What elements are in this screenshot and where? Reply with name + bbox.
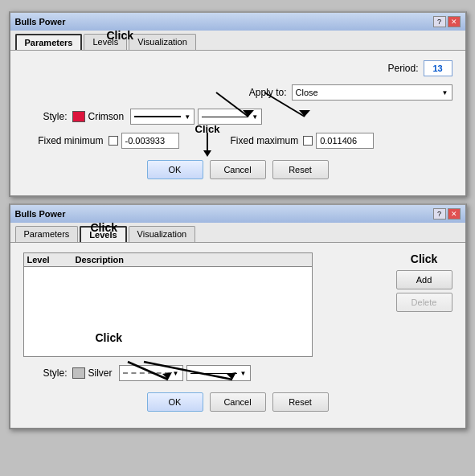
top-dialog-title: Bulls Power bbox=[15, 17, 66, 27]
color-name-crimson: Crimson bbox=[88, 111, 125, 122]
style-row-top: Style: Crimson ▼ ▼ bbox=[23, 109, 452, 125]
style-label-top: Style: bbox=[23, 111, 68, 122]
svg-marker-3 bbox=[299, 110, 310, 117]
click-add-area: Click bbox=[396, 252, 452, 267]
tab-parameters-bottom[interactable]: Parameters bbox=[15, 226, 79, 242]
top-title-bar: Bulls Power ? ✕ bbox=[10, 13, 465, 31]
line-dropdown-arrow1: ▼ bbox=[184, 113, 190, 121]
reset-button-bottom[interactable]: Reset bbox=[272, 392, 329, 412]
style-row-bottom: Style: Silver ▼ ▼ Click bbox=[23, 365, 452, 381]
ok-button-top[interactable]: OK bbox=[147, 160, 203, 179]
ok-button-bottom[interactable]: OK bbox=[147, 392, 203, 412]
bottom-tabs: Parameters Levels Visualization bbox=[10, 223, 465, 243]
click-annotation-top: Click bbox=[107, 29, 133, 42]
cancel-button-bottom[interactable]: Cancel bbox=[210, 392, 266, 412]
click-add-label: Click bbox=[396, 252, 452, 265]
tab-visualization-bottom[interactable]: Visualization bbox=[129, 226, 196, 242]
bottom-dialog-title: Bulls Power bbox=[15, 209, 66, 219]
bottom-dialog: Bulls Power ? ✕ Click Parameters Levels … bbox=[9, 203, 467, 429]
apply-to-label: Apply to: bbox=[249, 87, 287, 98]
fixed-minmax-row: Fixed minimum Click Fixed maximum bbox=[23, 133, 452, 149]
close-button-top[interactable]: ✕ bbox=[448, 16, 461, 27]
apply-to-value: Close bbox=[296, 88, 318, 97]
top-dialog: Bulls Power ? ✕ Click Parameters Levels … bbox=[9, 11, 467, 197]
line-style-box2[interactable]: ▼ bbox=[198, 109, 262, 125]
period-row: Period: bbox=[23, 60, 452, 76]
add-button[interactable]: Add bbox=[396, 270, 452, 289]
line-style-box1[interactable]: ▼ bbox=[130, 109, 195, 125]
help-button-bottom[interactable]: ? bbox=[433, 208, 446, 220]
close-button-bottom[interactable]: ✕ bbox=[448, 208, 461, 220]
help-button[interactable]: ? bbox=[433, 16, 446, 27]
period-label: Period: bbox=[387, 63, 418, 74]
top-tabs: Parameters Levels Visualization bbox=[10, 31, 465, 51]
col-desc-header: Description bbox=[76, 255, 309, 265]
fixed-min-label: Fixed minimum bbox=[23, 135, 104, 146]
svg-marker-9 bbox=[227, 372, 236, 380]
period-input[interactable] bbox=[424, 60, 452, 76]
fixed-max-checkbox[interactable] bbox=[303, 136, 313, 146]
color-swatch-crimson[interactable] bbox=[72, 111, 85, 122]
svg-marker-7 bbox=[162, 372, 172, 380]
delete-button[interactable]: Delete bbox=[396, 293, 452, 312]
solid-line-icon bbox=[134, 116, 181, 117]
cancel-button-top[interactable]: Cancel bbox=[210, 160, 266, 179]
svg-line-8 bbox=[144, 362, 232, 380]
bottom-dialog-body: Level Description Click Add Delete bbox=[10, 243, 465, 428]
top-dialog-buttons: OK Cancel Reset bbox=[23, 160, 452, 186]
dropdown-arrow-icon: ▼ bbox=[442, 89, 448, 96]
apply-to-dropdown[interactable]: Close ▼ bbox=[292, 84, 452, 101]
click-label-middle: Click bbox=[195, 123, 220, 135]
fixed-min-input[interactable] bbox=[121, 133, 179, 149]
click-annotation-bottom-tabs: Click bbox=[91, 221, 117, 234]
fixed-max-label: Fixed maximum bbox=[231, 135, 299, 146]
click-style-label: Click bbox=[96, 331, 122, 344]
solid-line-icon2 bbox=[202, 117, 248, 117]
fixed-min-checkbox[interactable] bbox=[109, 136, 118, 146]
bottom-title-buttons: ? ✕ bbox=[433, 208, 461, 220]
click-style-area: Click bbox=[96, 331, 272, 384]
arrow-svg-bottom bbox=[96, 344, 272, 384]
top-dialog-body: Period: Apply to: Close ▼ Style: Crimson bbox=[10, 51, 465, 195]
tab-visualization-top[interactable]: Visualization bbox=[129, 34, 196, 50]
style-label-bottom: Style: bbox=[23, 367, 68, 379]
apply-to-row: Apply to: Close ▼ bbox=[23, 84, 452, 101]
top-title-buttons: ? ✕ bbox=[433, 16, 461, 27]
side-buttons: Click Add Delete bbox=[396, 252, 452, 312]
line-dropdown-arrow2: ▼ bbox=[252, 113, 258, 121]
levels-table-header: Level Description bbox=[24, 253, 312, 267]
color-swatch-silver[interactable] bbox=[72, 367, 85, 379]
bottom-title-bar: Bulls Power ? ✕ bbox=[10, 205, 465, 223]
fixed-max-input[interactable] bbox=[316, 133, 374, 149]
svg-line-6 bbox=[128, 362, 168, 380]
reset-button-top[interactable]: Reset bbox=[272, 160, 329, 179]
bottom-dialog-buttons: OK Cancel Reset bbox=[23, 392, 452, 418]
svg-marker-5 bbox=[203, 150, 211, 157]
tab-parameters-top[interactable]: Parameters bbox=[15, 34, 83, 50]
col-level-header: Level bbox=[27, 255, 76, 265]
